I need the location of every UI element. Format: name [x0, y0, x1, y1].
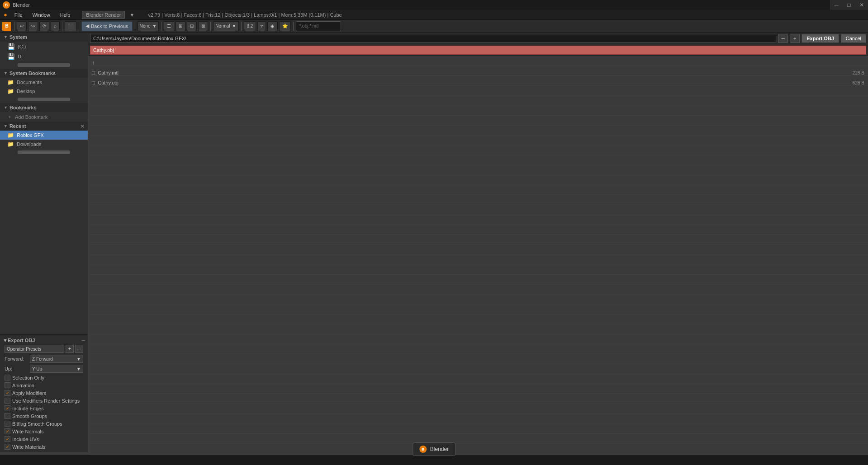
close-button[interactable]: ✕ [855, 0, 868, 10]
toggle-hidden-btn[interactable]: ◉ [267, 21, 278, 31]
option-label-apply_modifiers[interactable]: Apply Modifiers [5, 390, 83, 396]
blender-popup-label: Blender [430, 446, 449, 452]
sidebar-item-roblox-gfx[interactable]: 📁 Roblox GFX [0, 131, 88, 140]
undo-history-button[interactable]: ⟳ [39, 21, 49, 31]
cancel-button[interactable]: Cancel [841, 34, 866, 43]
add-bookmark-button[interactable]: ＋ Add Bookmark [0, 112, 88, 122]
option-write_normals[interactable]: Write Normals [3, 427, 85, 435]
option-text-include_edges: Include Edges [12, 406, 44, 411]
sidebar-item-desktop[interactable]: 📁 Desktop [0, 87, 88, 96]
normal-dropdown[interactable]: Normal ▼ [213, 21, 238, 31]
path-plus-btn[interactable]: + [790, 34, 800, 43]
sidebar-item-c-drive[interactable]: 💾 (C:) [0, 42, 88, 52]
option-label-include_uvs[interactable]: Include UVs [5, 436, 83, 442]
view-col-btn[interactable]: ⊠ [198, 21, 208, 31]
file-row[interactable]: □ Cathy.mtl 228 B [88, 68, 868, 78]
presets-remove-btn[interactable]: ─ [75, 345, 83, 353]
maximize-button[interactable]: □ [843, 0, 855, 10]
bookmarks-btn[interactable]: ⭐ [279, 21, 291, 31]
option-apply_modifiers[interactable]: Apply Modifiers [3, 389, 85, 397]
file-row[interactable]: □ Cathy.obj 628 B [88, 78, 868, 88]
checkbox-selection_only[interactable] [5, 375, 10, 380]
undo-button[interactable]: ↩ [17, 21, 27, 31]
bottom-status-bar [0, 455, 868, 465]
option-label-selection_only[interactable]: Selection Only [5, 375, 83, 380]
menu-help[interactable]: Help [57, 12, 73, 18]
checkbox-write_materials[interactable] [5, 444, 10, 450]
system-section-header[interactable]: ▼ System [0, 33, 88, 42]
export-options: Selection Only Animation Apply Modifiers… [3, 374, 85, 451]
recent-section-header[interactable]: ▼ Recent ✕ [0, 122, 88, 131]
checkbox-include_uvs[interactable] [5, 436, 10, 442]
checkbox-write_normals[interactable] [5, 428, 10, 434]
recent-clear-btn[interactable]: ✕ [81, 124, 84, 129]
option-label-write_normals[interactable]: Write Normals [5, 428, 83, 434]
path-input[interactable] [90, 34, 776, 43]
checkbox-animation[interactable] [5, 382, 10, 388]
checkbox-smooth_groups[interactable] [5, 413, 10, 419]
sort-size-btn[interactable]: 3.2 [244, 21, 256, 31]
menu-window[interactable]: Window [30, 12, 53, 18]
checkbox-apply_modifiers[interactable] [5, 390, 10, 396]
option-selection_only[interactable]: Selection Only [3, 374, 85, 381]
up-arrow: ▼ [76, 366, 81, 371]
normal-label: Normal [215, 23, 230, 28]
filter-input[interactable] [296, 21, 341, 31]
sidebar: ▼ System 💾 (C:) 💾 D: ▼ System Bookmarks … [0, 33, 88, 452]
option-smooth_groups[interactable]: Smooth Groups [3, 412, 85, 420]
view-icon-btn[interactable]: ⊟ [187, 21, 197, 31]
export-panel-triangle: ▼ [3, 338, 8, 343]
menu-file[interactable]: File [12, 12, 25, 18]
option-label-animation[interactable]: Animation [5, 382, 83, 388]
title-bar: B Blender ─ □ ✕ [0, 0, 868, 10]
export-panel-collapse[interactable]: ─ [82, 338, 85, 343]
sys-bookmarks-triangle: ▼ [4, 71, 8, 75]
render-button[interactable]: ⬛ [65, 21, 76, 31]
export-obj-button[interactable]: Export OBJ [802, 34, 839, 43]
option-include_edges[interactable]: Include Edges [3, 404, 85, 412]
sidebar-item-d-drive[interactable]: 💾 D: [0, 52, 88, 61]
up-dropdown[interactable]: Y Up ▼ [30, 365, 83, 373]
option-animation[interactable]: Animation [3, 381, 85, 389]
view-grid-btn[interactable]: ⊞ [175, 21, 185, 31]
add-bookmark-label: Add Bookmark [15, 114, 47, 120]
minimize-button[interactable]: ─ [830, 0, 843, 10]
blender-menu-btn[interactable]: B [2, 21, 12, 31]
checkbox-bitflag_smooth_groups[interactable] [5, 421, 10, 427]
option-bitflag_smooth_groups[interactable]: Bitflag Smooth Groups [3, 420, 85, 427]
go-up-button[interactable]: ↑ [88, 58, 868, 68]
option-label-smooth_groups[interactable]: Smooth Groups [5, 413, 83, 419]
toolbar-sep-8 [293, 22, 294, 31]
filter-btn[interactable]: ▿ [257, 21, 266, 31]
sidebar-item-downloads[interactable]: 📁 Downloads [0, 140, 88, 149]
forward-arrow: ▼ [76, 357, 81, 362]
none-dropdown[interactable]: None ▼ [138, 21, 159, 31]
engine-arrow[interactable]: ▼ [129, 12, 134, 18]
option-text-write_normals: Write Normals [12, 429, 43, 434]
view-list-btn[interactable]: ☰ [164, 21, 174, 31]
filename-input[interactable] [90, 46, 866, 55]
option-write_materials[interactable]: Write Materials [3, 443, 85, 451]
presets-add-btn[interactable]: + [66, 345, 74, 353]
path-minus-btn[interactable]: ─ [778, 34, 788, 43]
forward-dropdown[interactable]: Z Forward ▼ [30, 355, 83, 363]
option-use_modifiers_render[interactable]: Use Modifiers Render Settings [3, 397, 85, 404]
option-label-use_modifiers_render[interactable]: Use Modifiers Render Settings [5, 398, 83, 404]
option-text-write_materials: Write Materials [12, 444, 45, 450]
redo-button[interactable]: ↪ [28, 21, 38, 31]
option-label-bitflag_smooth_groups[interactable]: Bitflag Smooth Groups [5, 421, 83, 427]
blender-popup: B Blender [413, 442, 455, 456]
option-include_uvs[interactable]: Include UVs [3, 435, 85, 443]
bookmarks-section-header[interactable]: ▼ Bookmarks [0, 103, 88, 112]
checkbox-use_modifiers_render[interactable] [5, 398, 10, 404]
presets-dropdown[interactable]: Operator Presets [5, 345, 64, 353]
option-label-include_edges[interactable]: Include Edges [5, 405, 83, 411]
system-bookmarks-header[interactable]: ▼ System Bookmarks [0, 69, 88, 78]
option-label-write_materials[interactable]: Write Materials [5, 444, 83, 450]
system-label: System [9, 34, 27, 40]
export-panel-header[interactable]: ▼ Export OBJ ─ [3, 337, 85, 344]
checkbox-include_edges[interactable] [5, 405, 10, 411]
sidebar-item-documents[interactable]: 📁 Documents [0, 78, 88, 87]
search-button[interactable]: ⌕ [51, 21, 60, 31]
back-to-previous-button[interactable]: ◀ Back to Previous [81, 21, 133, 31]
